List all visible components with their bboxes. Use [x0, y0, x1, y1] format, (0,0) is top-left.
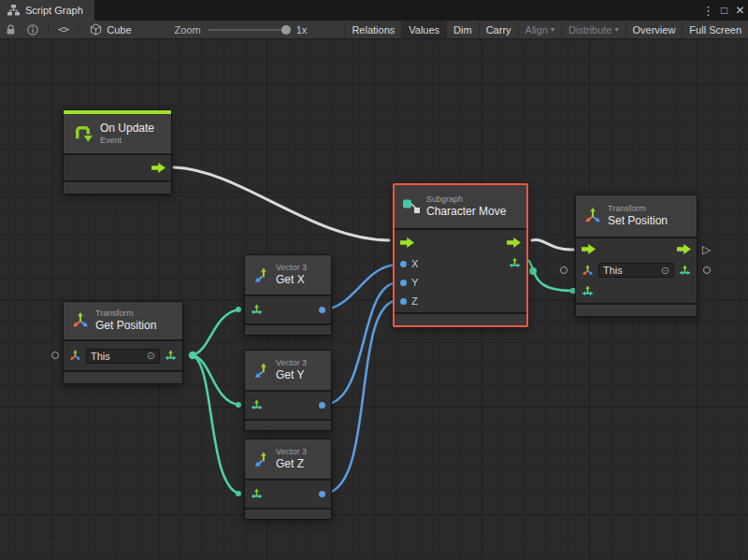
node-title: Character Move [426, 205, 506, 219]
object-picker-icon[interactable]: ⊙ [661, 266, 669, 276]
node-category: Vector 3 [276, 358, 307, 368]
code-icon[interactable]: <> [52, 21, 74, 38]
lock-icon[interactable] [0, 21, 22, 38]
node-on-update[interactable]: On Update Event [63, 109, 172, 194]
node-get-position[interactable]: Transform Get Position This ⊙ [63, 301, 183, 384]
float-out-port[interactable] [319, 491, 325, 497]
node-subtitle: Event [100, 136, 154, 146]
script-graph-window: Script Graph ⋮ □ ✕ <> Cube Zoom 1x Rel [0, 0, 748, 560]
align-label: Align [525, 24, 548, 36]
set-position-value-out-port[interactable] [703, 266, 711, 274]
vector3-in-port-icon[interactable] [251, 488, 263, 500]
graph-owner-button[interactable]: Cube [82, 21, 138, 38]
target-object-value: This [603, 265, 623, 276]
vector3-in-port-icon[interactable] [251, 304, 263, 316]
node-category: Transform [95, 309, 156, 319]
z-in-port[interactable] [400, 298, 407, 305]
toolbar-buttons: Relations Values Dim Carry Align▾ Distri… [344, 21, 748, 38]
info-icon[interactable] [22, 21, 44, 38]
relations-button[interactable]: Relations [344, 21, 401, 38]
wire-charactermove-to-setposition-vector[interactable] [529, 261, 574, 291]
wire-getposition-to-getz[interactable] [193, 355, 239, 494]
transform-port-icon[interactable] [69, 350, 81, 362]
flow-out-port-icon[interactable] [151, 163, 165, 173]
node-footer [245, 421, 331, 430]
chevron-down-icon: ▾ [551, 25, 554, 34]
graph-canvas[interactable]: On Update Event [0, 39, 748, 560]
node-title: On Update [100, 122, 154, 136]
tab-script-graph[interactable]: Script Graph [0, 0, 94, 21]
tab-title: Script Graph [25, 5, 83, 16]
wire-start-dot [529, 267, 537, 275]
node-get-y[interactable]: Vector 3 Get Y [244, 350, 332, 431]
flow-in-port-icon[interactable] [400, 237, 414, 248]
zoom-slider[interactable] [209, 21, 291, 38]
node-title: Set Position [608, 214, 668, 228]
wire-gety-to-y-input[interactable] [323, 282, 398, 405]
vector3-in-port-icon[interactable] [251, 399, 263, 411]
transform-icon [583, 207, 602, 225]
node-footer [576, 305, 697, 316]
wire-end-dot [236, 491, 241, 496]
relations-label: Relations [352, 24, 395, 36]
target-object-field[interactable]: This ⊙ [598, 263, 674, 278]
window-maximize-button[interactable]: □ [716, 0, 732, 21]
node-footer [64, 182, 171, 194]
zoom-value: 1x [296, 24, 308, 36]
toolbar-separator [78, 23, 79, 36]
node-header: Vector 3 Get X [245, 255, 331, 294]
node-get-x[interactable]: Vector 3 Get X [244, 254, 332, 336]
values-label: Values [409, 24, 439, 36]
port-label-z: Z [411, 295, 418, 307]
node-header: Subgraph Character Move [395, 185, 526, 228]
carry-button[interactable]: Carry [479, 21, 518, 38]
vector3-out-port-icon[interactable] [165, 350, 177, 362]
flow-in-port-icon[interactable] [582, 244, 596, 254]
wire-end-dot [236, 402, 241, 408]
overview-button[interactable]: Overview [626, 21, 683, 38]
get-position-target-port[interactable] [51, 352, 59, 359]
node-category: Subgraph [426, 194, 506, 205]
dim-button[interactable]: Dim [446, 21, 479, 38]
wire-flow-charactermove-to-setposition[interactable] [532, 240, 573, 250]
object-picker-icon[interactable]: ⊙ [147, 351, 155, 361]
window-close-button[interactable]: ✕ [732, 0, 748, 21]
tab-bar: Script Graph ⋮ □ ✕ [0, 0, 748, 21]
zoom-slider-knob[interactable] [281, 25, 291, 35]
set-position-flow-continue-port[interactable]: ▷ [702, 244, 711, 255]
vector3-in-port-icon[interactable] [582, 285, 594, 297]
toolbar-separator [48, 23, 49, 36]
zoom-label: Zoom [175, 24, 201, 36]
wire-getposition-to-getx[interactable] [193, 309, 239, 355]
window-menu-button[interactable]: ⋮ [700, 0, 716, 21]
float-out-port[interactable] [319, 307, 325, 313]
wire-getz-to-z-input[interactable] [323, 300, 398, 494]
vector3-out-port-icon[interactable] [509, 257, 521, 269]
transform-port-icon[interactable] [582, 265, 594, 277]
overview-label: Overview [633, 24, 676, 36]
float-out-port[interactable] [319, 402, 325, 409]
vector3-out-port-icon[interactable] [679, 265, 691, 277]
port-label-y: Y [411, 277, 418, 288]
node-header: Vector 3 Get Z [245, 439, 331, 479]
node-category: Vector 3 [276, 263, 307, 273]
y-in-port[interactable] [400, 280, 407, 286]
target-object-field[interactable]: This ⊙ [86, 349, 160, 364]
x-in-port[interactable] [400, 261, 407, 267]
distribute-label: Distribute [568, 24, 611, 36]
align-button[interactable]: Align▾ [518, 21, 561, 38]
node-get-z[interactable]: Vector 3 Get Z [244, 438, 332, 520]
fullscreen-button[interactable]: Full Screen [682, 21, 748, 38]
wire-junction-dot [189, 352, 196, 359]
node-header: Transform Set Position [576, 195, 697, 237]
set-position-target-port[interactable] [560, 266, 568, 274]
node-set-position[interactable]: Transform Set Position [575, 194, 698, 317]
values-button[interactable]: Values [401, 21, 446, 38]
flow-out-port-icon[interactable] [677, 244, 691, 254]
node-header: Transform Get Position [64, 302, 182, 339]
node-header: Vector 3 Get Y [245, 351, 331, 390]
distribute-button[interactable]: Distribute▾ [561, 21, 625, 38]
flow-out-port-icon[interactable] [507, 237, 521, 248]
node-character-move[interactable]: Subgraph Character Move X [393, 183, 528, 327]
wire-flow-onupdate-to-charactermove[interactable] [174, 167, 389, 240]
